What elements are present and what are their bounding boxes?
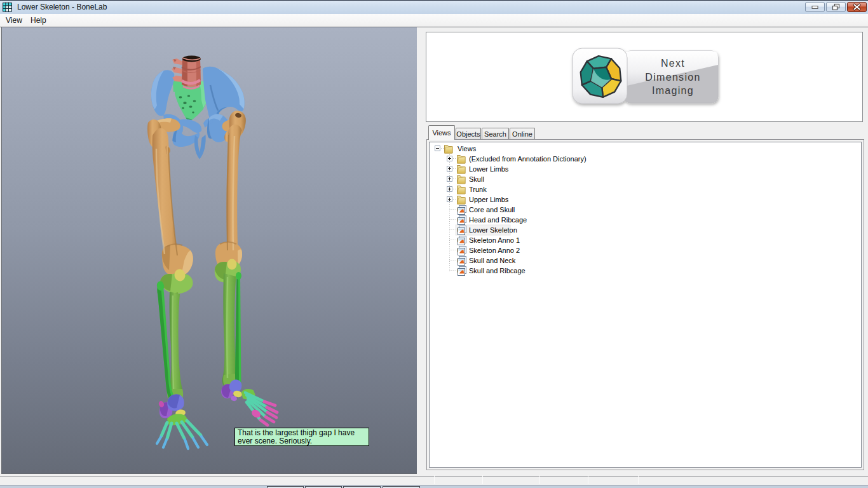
svg-text:Lower Limbs: Lower Limbs xyxy=(469,165,509,173)
svg-text:Skull: Skull xyxy=(469,175,484,183)
svg-text:Imaging: Imaging xyxy=(652,85,694,96)
svg-text:Lower Skeleton: Lower Skeleton xyxy=(469,226,517,234)
svg-text:Core and Skull: Core and Skull xyxy=(469,206,515,214)
svg-text:Next: Next xyxy=(661,58,685,69)
svg-text:Skull and Ribcage: Skull and Ribcage xyxy=(469,267,526,274)
svg-text:(Excluded from Annotation Dict: (Excluded from Annotation Dictionary) xyxy=(469,155,587,163)
svg-text:Skeleton Anno 2: Skeleton Anno 2 xyxy=(469,247,520,254)
svg-text:Skull and Neck: Skull and Neck xyxy=(469,257,516,264)
svg-text:Skeleton Anno 1: Skeleton Anno 1 xyxy=(469,236,520,244)
svg-text:Head and Ribcage: Head and Ribcage xyxy=(469,216,527,224)
svg-text:Views: Views xyxy=(458,145,477,152)
svg-text:Upper Limbs: Upper Limbs xyxy=(469,196,509,203)
svg-text:Dimension: Dimension xyxy=(645,72,700,83)
svg-text:Trunk: Trunk xyxy=(469,186,487,193)
